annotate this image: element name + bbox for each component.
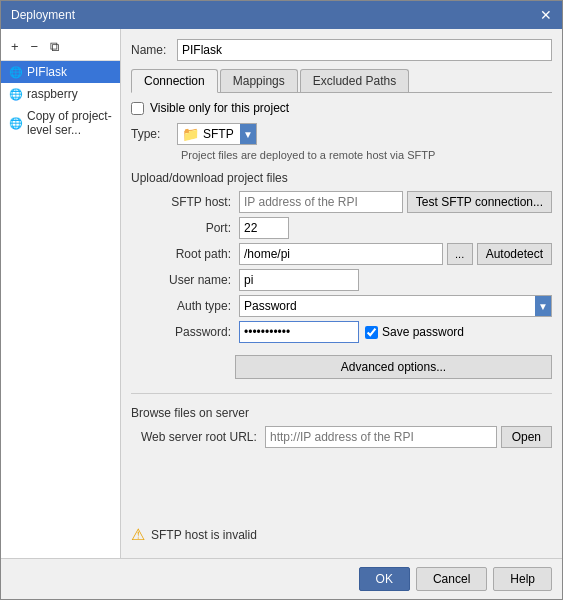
visible-checkbox-row: Visible only for this project [131,101,552,115]
server-icon-2: 🌐 [9,88,23,101]
sftp-host-label: SFTP host: [141,195,231,209]
type-row: Type: 📁 SFTP ▼ [131,123,552,145]
test-sftp-button[interactable]: Test SFTP connection... [407,191,552,213]
tab-connection[interactable]: Connection [131,69,218,93]
server-icon: 🌐 [9,66,23,79]
add-server-button[interactable]: + [7,36,23,57]
type-select-text: SFTP [203,127,236,141]
browse-button[interactable]: ... [447,243,473,265]
server-icon-3: 🌐 [9,117,23,130]
error-area: ⚠ SFTP host is invalid [131,456,552,548]
cancel-button[interactable]: Cancel [416,567,487,591]
name-row: Name: [131,39,552,61]
title-bar: Deployment ✕ [1,1,562,29]
root-path-input[interactable] [239,243,443,265]
error-text: SFTP host is invalid [151,528,257,542]
tab-bar: Connection Mappings Excluded Paths [131,69,552,93]
auth-type-select[interactable]: Password ▼ [239,295,552,317]
error-message-row: ⚠ SFTP host is invalid [131,525,257,544]
name-label: Name: [131,43,169,57]
dialog-title: Deployment [11,8,75,22]
web-url-label: Web server root URL: [141,430,261,444]
sidebar: + − ⧉ 🌐 PIFlask 🌐 raspberry 🌐 Copy of pr… [1,29,121,558]
save-password-checkbox[interactable] [365,326,378,339]
open-button[interactable]: Open [501,426,552,448]
sidebar-toolbar: + − ⧉ [1,33,120,61]
sftp-icon: 📁 [182,126,199,142]
connection-form: SFTP host: Test SFTP connection... Port:… [141,191,552,343]
tab-mappings[interactable]: Mappings [220,69,298,92]
password-input[interactable] [239,321,359,343]
main-panel: Name: Connection Mappings Excluded Paths… [121,29,562,558]
port-label: Port: [141,221,231,235]
remove-server-button[interactable]: − [27,36,43,57]
save-password-label[interactable]: Save password [382,325,464,339]
port-input[interactable] [239,217,289,239]
type-description: Project files are deployed to a remote h… [181,149,552,161]
visible-checkbox-label[interactable]: Visible only for this project [150,101,289,115]
web-url-row: Web server root URL: Open [141,426,552,448]
copy-server-button[interactable]: ⧉ [46,36,63,58]
root-path-row: ... Autodetect [239,243,552,265]
sidebar-item-label-3: Copy of project-level ser... [27,109,112,137]
sidebar-item-copy[interactable]: 🌐 Copy of project-level ser... [1,105,120,141]
username-label: User name: [141,273,231,287]
save-password-row: Save password [365,325,464,339]
browse-server-label: Browse files on server [131,406,552,420]
sidebar-item-piflask[interactable]: 🌐 PIFlask [1,61,120,83]
auth-dropdown-arrow[interactable]: ▼ [535,296,551,316]
advanced-options-button[interactable]: Advanced options... [235,355,552,379]
auth-label: Auth type: [141,299,231,313]
autodetect-button[interactable]: Autodetect [477,243,552,265]
warning-icon: ⚠ [131,525,145,544]
auth-value: Password [244,299,531,313]
help-button[interactable]: Help [493,567,552,591]
password-label: Password: [141,325,231,339]
upload-section-label: Upload/download project files [131,171,552,185]
username-input[interactable] [239,269,359,291]
sftp-host-row: Test SFTP connection... [239,191,552,213]
type-select[interactable]: 📁 SFTP ▼ [177,123,257,145]
sftp-host-input[interactable] [239,191,403,213]
web-server-section: Browse files on server Web server root U… [131,406,552,448]
visible-checkbox[interactable] [131,102,144,115]
type-label: Type: [131,127,169,141]
sidebar-item-label: PIFlask [27,65,67,79]
name-input[interactable] [177,39,552,61]
sidebar-item-label-2: raspberry [27,87,78,101]
close-button[interactable]: ✕ [540,7,552,23]
ok-button[interactable]: OK [359,567,410,591]
sidebar-item-raspberry[interactable]: 🌐 raspberry [1,83,120,105]
password-row: Save password [239,321,552,343]
web-url-input[interactable] [265,426,497,448]
tab-excluded-paths[interactable]: Excluded Paths [300,69,409,92]
section-divider [131,393,552,394]
type-dropdown-arrow[interactable]: ▼ [240,124,256,144]
bottom-bar: OK Cancel Help [1,558,562,599]
deployment-dialog: Deployment ✕ + − ⧉ 🌐 PIFlask 🌐 raspberry… [0,0,563,600]
content-area: + − ⧉ 🌐 PIFlask 🌐 raspberry 🌐 Copy of pr… [1,29,562,558]
root-path-label: Root path: [141,247,231,261]
